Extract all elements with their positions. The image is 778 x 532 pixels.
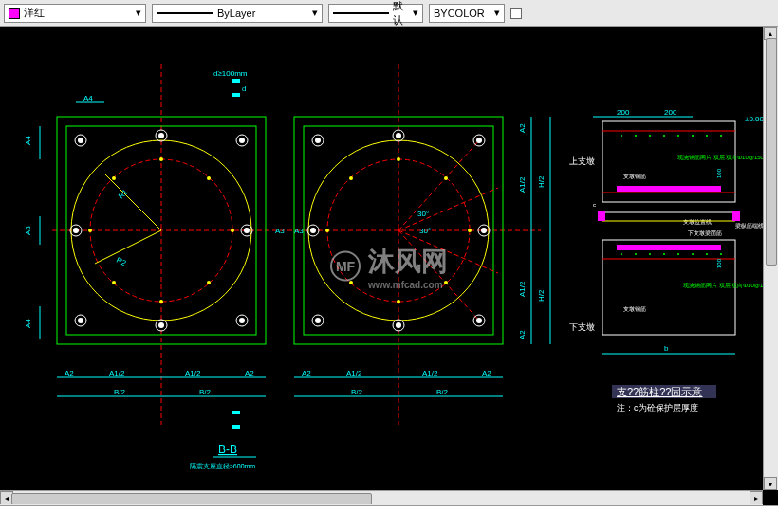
section-bb: B-B — [218, 443, 237, 456]
lower-label: 下支墩 — [569, 322, 595, 332]
svg-point-41 — [444, 176, 448, 180]
dim-a3-mid2: A3 — [294, 227, 304, 235]
rebar-l: 现浇钢筋网片 双层 双向Φ10@150 — [683, 283, 770, 288]
chevron-down-icon: ▾ — [136, 7, 141, 19]
scrollbar-vertical[interactable]: ▴ ▾ — [763, 27, 778, 490]
svg-point-42 — [468, 229, 472, 232]
scroll-down-icon[interactable]: ▾ — [764, 477, 777, 490]
dim-a2-b1: A2 — [65, 369, 74, 377]
dim-a12-1: A1/2 — [109, 369, 125, 377]
svg-point-19 — [396, 133, 401, 138]
sup-steel-u: 支墩钢筋 — [623, 174, 646, 179]
lower-plate-icon — [617, 245, 721, 250]
dim-a2-v1: A2 — [518, 123, 527, 133]
svg-point-27 — [315, 318, 321, 323]
dim-a12-2: A1/2 — [185, 369, 201, 377]
dim-b2-r1: B/2 — [351, 388, 363, 396]
drawing-canvas[interactable]: d≥100mm d A4 A4 A3 A4 A2 A1/2 A1/2 A2 B/… — [0, 27, 778, 505]
color-label: 洋红 — [24, 6, 45, 20]
dim-a3-mid1: A3 — [275, 227, 285, 235]
dim-a12-v1: A1/2 — [518, 176, 527, 193]
svg-point-71 — [621, 135, 622, 137]
label-r2: R2 — [115, 256, 128, 268]
svg-point-73 — [649, 135, 651, 137]
svg-point-11 — [78, 318, 83, 323]
b-label: b — [664, 344, 669, 353]
lower-pier-detail: 下支墩 现浇钢筋网片 双层 双向Φ10@150 支墩钢筋 100 b — [569, 240, 770, 354]
radial-3 — [398, 230, 498, 273]
svg-point-17 — [315, 138, 321, 143]
section-cut-icon — [232, 411, 240, 414]
svg-point-7 — [73, 228, 79, 233]
svg-point-44 — [397, 300, 400, 303]
svg-point-25 — [481, 228, 487, 233]
svg-point-86 — [720, 253, 722, 255]
dim-d100: d≥100mm — [213, 69, 248, 78]
dim-a2-v2: A2 — [518, 330, 527, 339]
label-r1: R1 — [117, 187, 130, 200]
note-title: 支??筋柱??固示意 — [617, 386, 702, 397]
dim-b2-r2: B/2 — [436, 388, 449, 396]
svg-point-29 — [396, 322, 401, 328]
dim-a4-l: A4 — [24, 136, 32, 145]
svg-point-47 — [349, 176, 353, 180]
sup-pos: 支墩位置线 — [683, 219, 712, 225]
command-line[interactable] — [0, 505, 778, 532]
scroll-right-icon[interactable]: ▸ — [750, 491, 763, 504]
svg-point-35 — [207, 281, 211, 284]
dim-h2-2: H/2 — [537, 289, 546, 302]
linetype-dropdown[interactable]: ByLayer ▾ — [152, 4, 323, 23]
chevron-down-icon: ▾ — [494, 7, 500, 19]
svg-point-82 — [663, 253, 665, 255]
svg-point-33 — [207, 176, 211, 180]
note-text: 注：c为砼保护层厚度 — [617, 403, 698, 413]
dim-a12-v2: A1/2 — [518, 281, 527, 297]
svg-point-3 — [158, 133, 164, 138]
dim-200b: 200 — [664, 108, 677, 117]
color-dropdown[interactable]: 洋红 ▾ — [4, 4, 146, 23]
linetype-label: 默认 — [393, 0, 413, 28]
radial-4 — [398, 230, 479, 321]
d100a: 100 — [716, 168, 722, 178]
dim-d: d — [242, 84, 246, 93]
upper-plate-icon — [617, 186, 721, 192]
tool-swatch-icon[interactable] — [510, 8, 522, 19]
plotstyle-dropdown[interactable]: BYCOLOR ▾ — [429, 4, 505, 23]
svg-point-15 — [239, 318, 245, 323]
scroll-thumb-h[interactable] — [11, 493, 372, 504]
svg-point-9 — [244, 228, 250, 233]
chevron-down-icon: ▾ — [413, 7, 418, 19]
svg-point-72 — [635, 135, 637, 137]
svg-point-5 — [239, 138, 245, 143]
dim-a12-r2: A1/2 — [422, 369, 438, 377]
svg-point-36 — [159, 300, 163, 303]
svg-rect-66 — [598, 211, 605, 221]
line-preview-icon — [157, 12, 213, 14]
svg-point-21 — [476, 138, 482, 143]
lower-beam: 下支墩梁面筋 — [688, 229, 722, 236]
rebar-dots — [621, 135, 722, 255]
line-preview-icon — [333, 12, 389, 14]
scroll-thumb-v[interactable] — [766, 38, 777, 266]
dim-b2-2: B/2 — [199, 388, 212, 396]
svg-point-40 — [397, 157, 400, 161]
lineweight-dropdown[interactable]: 默认 ▾ — [328, 4, 423, 23]
svg-point-32 — [159, 157, 163, 161]
dim-a2-r2: A2 — [482, 369, 491, 377]
rebar-u: 现浇钢筋网片 双层 双向Φ10@150 — [677, 155, 765, 160]
scrollbar-horizontal[interactable]: ◂ ▸ — [0, 490, 763, 505]
svg-point-43 — [444, 281, 448, 284]
svg-point-81 — [649, 253, 651, 255]
bycolor-label: BYCOLOR — [434, 8, 485, 19]
svg-rect-57 — [232, 425, 240, 429]
svg-point-83 — [677, 253, 679, 255]
svg-point-34 — [231, 229, 234, 232]
dim-b2-1: B/2 — [114, 388, 126, 396]
svg-point-75 — [677, 135, 679, 137]
svg-point-38 — [88, 229, 92, 232]
svg-point-85 — [706, 253, 708, 255]
dim-a2-b2: A2 — [245, 369, 254, 377]
svg-point-37 — [112, 281, 116, 284]
c-label: c — [593, 202, 596, 208]
svg-point-76 — [692, 135, 694, 137]
